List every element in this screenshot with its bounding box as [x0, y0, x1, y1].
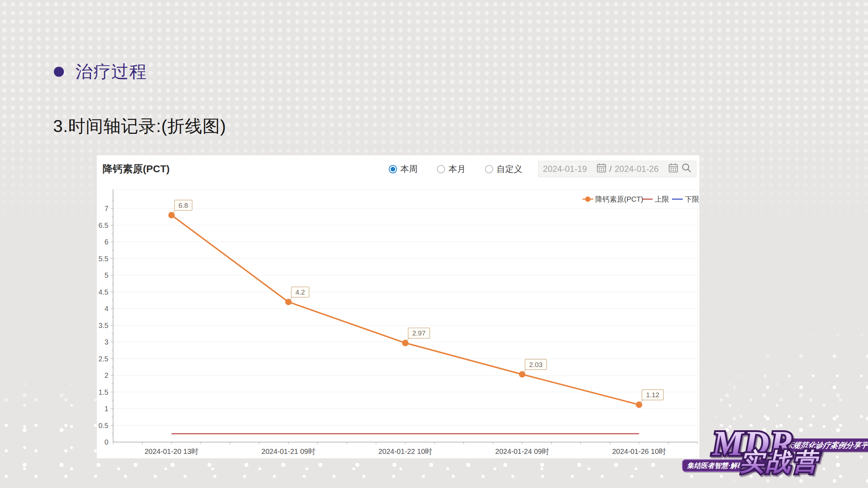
data-point[interactable] [636, 402, 642, 408]
pct-line-chart-svg[interactable]: 00.511.522.533.544.555.566.572024-01-20 … [97, 183, 699, 458]
logo-sub-text: 实战营 实战营 [739, 449, 819, 474]
data-point-label: 2.97 [412, 329, 426, 337]
panel-title: 降钙素原(PCT) [103, 162, 170, 176]
y-axis-label: 6.5 [98, 221, 108, 229]
slide-subtitle: 3.时间轴记录:(折线图) [53, 115, 226, 138]
section-title: 治疗过程 [75, 60, 147, 83]
y-axis-label: 4 [104, 305, 108, 313]
x-axis-label: 2024-01-21 09时 [261, 447, 315, 455]
date-range-box: / [538, 161, 696, 177]
y-axis-label: 7 [104, 205, 108, 212]
y-axis-label: 5 [104, 271, 108, 279]
radio-unselected-icon[interactable] [437, 165, 445, 173]
data-point[interactable] [402, 340, 409, 346]
slide: 治疗过程 3.时间轴记录:(折线图) 降钙素原(PCT) 本周本月自定义 [0, 0, 868, 488]
x-axis-label: 2024-01-22 10时 [378, 447, 432, 455]
range-radio-1[interactable]: 本月 [437, 163, 466, 175]
y-axis-label: 5.5 [98, 255, 108, 263]
radio-selected-icon[interactable] [389, 165, 397, 173]
legend-label: 降钙素原(PCT) [596, 195, 643, 203]
bullet-icon [54, 67, 64, 77]
y-axis-label: 0 [104, 438, 108, 446]
y-axis-label: 4.5 [98, 288, 108, 296]
data-point[interactable] [519, 371, 526, 377]
search-icon[interactable] [681, 163, 692, 175]
data-point[interactable] [168, 212, 175, 219]
x-axis-label: 2024-01-24 09时 [495, 447, 549, 455]
legend-label: 上限 [655, 195, 669, 203]
pct-series-line[interactable] [172, 215, 639, 405]
data-point-label: 2.03 [529, 361, 542, 369]
y-axis-label: 2.5 [98, 355, 108, 363]
data-point-label: 4.2 [295, 288, 305, 296]
y-axis-label: 3 [104, 338, 108, 346]
mdr-logo: 临床规范化诊疗案例分享平台 MDR MDR 集结医者智慧·解码耐药困局 实战营 … [682, 429, 868, 488]
range-radio-0[interactable]: 本周 [389, 163, 417, 175]
date-from-input[interactable] [543, 164, 594, 174]
radio-unselected-icon[interactable] [485, 165, 493, 173]
pct-chart-panel: 降钙素原(PCT) 本周本月自定义 / [97, 155, 699, 458]
x-axis-label: 2024-01-20 13时 [145, 447, 199, 455]
section-title-row: 治疗过程 [54, 60, 147, 83]
y-axis-label: 1 [104, 405, 108, 413]
y-axis-label: 0.5 [98, 422, 108, 430]
y-axis-label: 2 [104, 371, 108, 379]
x-axis-label: 2024-01-26 10时 [612, 447, 666, 455]
calendar-icon[interactable] [668, 163, 678, 175]
range-radio-group: 本周本月自定义 [389, 163, 522, 175]
range-radio-label: 自定义 [496, 163, 522, 175]
range-radio-2[interactable]: 自定义 [485, 163, 522, 175]
legend-label: 下限 [685, 195, 699, 203]
line-chart[interactable]: 00.511.522.533.544.555.566.572024-01-20 … [97, 183, 699, 458]
calendar-icon[interactable] [597, 163, 606, 175]
date-to-input[interactable] [615, 164, 666, 174]
range-radio-label: 本月 [448, 163, 466, 175]
data-point-label: 1.12 [646, 391, 659, 399]
y-axis-label: 1.5 [98, 388, 108, 396]
logo-sub-fill: 实战营 [739, 448, 819, 475]
y-axis-label: 6 [104, 238, 108, 246]
y-axis-label: 3.5 [98, 322, 108, 329]
data-point[interactable] [285, 299, 291, 305]
data-point-label: 6.8 [178, 202, 188, 209]
legend-marker-dot[interactable] [585, 197, 591, 202]
range-radio-label: 本周 [400, 163, 417, 175]
panel-header: 降钙素原(PCT) 本周本月自定义 / [97, 155, 699, 183]
date-separator: / [609, 164, 612, 174]
